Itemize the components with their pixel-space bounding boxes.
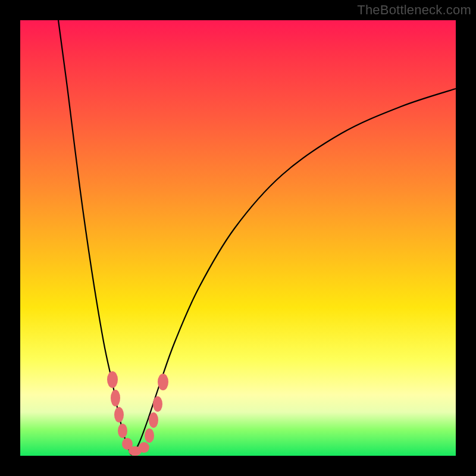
bead xyxy=(107,371,118,388)
bead xyxy=(118,424,127,438)
bead xyxy=(114,407,124,422)
bead xyxy=(111,390,120,406)
bead xyxy=(153,396,162,412)
plot-area xyxy=(20,20,456,456)
bead xyxy=(158,374,168,390)
curve-path xyxy=(58,20,456,455)
curve-beads xyxy=(107,371,168,456)
bead xyxy=(145,428,154,443)
bottleneck-curve xyxy=(20,20,456,456)
watermark-text: TheBottleneck.com xyxy=(357,2,471,18)
bead xyxy=(139,442,149,453)
bead xyxy=(149,412,158,428)
chart-frame: TheBottleneck.com xyxy=(0,0,476,476)
